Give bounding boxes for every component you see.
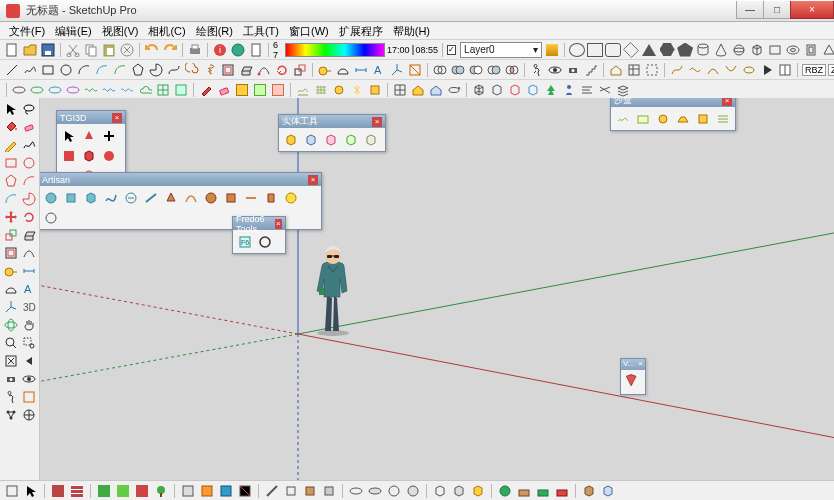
- tgi-4-icon[interactable]: [60, 147, 77, 164]
- layer-visible-checkbox[interactable]: ✓: [447, 45, 456, 55]
- ar-3-icon[interactable]: [82, 189, 99, 206]
- shape-cube-icon[interactable]: [749, 42, 765, 58]
- tgi-3-icon[interactable]: [100, 127, 117, 144]
- tgi-5-icon[interactable]: [80, 147, 97, 164]
- scale-icon[interactable]: [2, 226, 19, 243]
- bt-brick-icon[interactable]: [50, 483, 66, 499]
- sb-4-icon[interactable]: [674, 110, 691, 127]
- palette-solid-header[interactable]: 实体工具×: [279, 115, 385, 128]
- lookaround-icon[interactable]: [547, 62, 563, 78]
- house-icon[interactable]: [608, 62, 624, 78]
- rotate-view-icon[interactable]: [446, 82, 462, 98]
- material-2-icon[interactable]: [252, 82, 268, 98]
- window-minimize[interactable]: —: [736, 1, 764, 19]
- polygon-tool-icon[interactable]: [130, 62, 146, 78]
- fmt-zip[interactable]: ZIP: [828, 64, 834, 76]
- followme-tool-icon[interactable]: [256, 62, 272, 78]
- component-make-icon[interactable]: [626, 62, 642, 78]
- walk-icon[interactable]: [529, 62, 545, 78]
- vray-render-icon[interactable]: [624, 373, 642, 391]
- orbit-icon[interactable]: [2, 316, 19, 333]
- menu-edit[interactable]: 编辑(E): [50, 23, 97, 39]
- delete-button[interactable]: [119, 42, 135, 58]
- fr-1-icon[interactable]: F6: [236, 233, 253, 250]
- bt-b3-icon[interactable]: [218, 483, 234, 499]
- bt-g1-icon[interactable]: [581, 483, 597, 499]
- cube-wire4-icon[interactable]: [525, 82, 541, 98]
- bt-e3-icon[interactable]: [470, 483, 486, 499]
- bt-cursor-icon[interactable]: [23, 483, 39, 499]
- tape-tool-icon[interactable]: [317, 62, 333, 78]
- palette-tgi3d-close[interactable]: ×: [112, 113, 122, 123]
- shape-box-icon[interactable]: [767, 42, 783, 58]
- oval-4-icon[interactable]: [65, 82, 81, 98]
- copy-button[interactable]: [83, 42, 99, 58]
- solid-union2-icon[interactable]: [322, 131, 339, 148]
- bt-f1-icon[interactable]: [497, 483, 513, 499]
- cut-button[interactable]: [65, 42, 81, 58]
- pan-icon[interactable]: [20, 316, 37, 333]
- shape-tri-icon[interactable]: [641, 42, 657, 58]
- palette-tgi3d-header[interactable]: TGI3D×: [57, 111, 125, 124]
- pie-tool-icon[interactable]: [148, 62, 164, 78]
- cube-wire3-icon[interactable]: [507, 82, 523, 98]
- bt-d4-icon[interactable]: [405, 483, 421, 499]
- new-file-button[interactable]: [4, 42, 20, 58]
- cube-wire2-icon[interactable]: [489, 82, 505, 98]
- sb-1-icon[interactable]: [614, 110, 631, 127]
- fr-2-icon[interactable]: [256, 233, 273, 250]
- arc-icon[interactable]: [20, 172, 37, 189]
- layers-icon[interactable]: [615, 82, 631, 98]
- stairs-icon[interactable]: [583, 62, 599, 78]
- window-maximize[interactable]: □: [763, 1, 791, 19]
- cloud-icon[interactable]: [137, 82, 153, 98]
- position-cam-l-icon[interactable]: [2, 370, 19, 387]
- window-close[interactable]: ×: [790, 1, 834, 19]
- solid-subtract-icon[interactable]: [468, 62, 484, 78]
- tgi-1-icon[interactable]: [60, 127, 77, 144]
- lasso-tool-icon[interactable]: [20, 100, 37, 117]
- bt-b2-icon[interactable]: [199, 483, 215, 499]
- paste-button[interactable]: [101, 42, 117, 58]
- walk-l-icon[interactable]: [2, 388, 19, 405]
- polygon-icon[interactable]: [2, 172, 19, 189]
- curve-1-icon[interactable]: [669, 62, 685, 78]
- ar-12-icon[interactable]: [262, 189, 279, 206]
- tape-icon[interactable]: [2, 262, 19, 279]
- print-button[interactable]: [187, 42, 203, 58]
- pencil-icon[interactable]: [2, 136, 19, 153]
- ar-14-icon[interactable]: [42, 209, 59, 226]
- hatch-icon[interactable]: [597, 82, 613, 98]
- rectangle-icon[interactable]: [2, 154, 19, 171]
- palette-vray[interactable]: V...×: [620, 358, 646, 395]
- ar-13-icon[interactable]: [282, 189, 299, 206]
- circle-icon[interactable]: [20, 154, 37, 171]
- oval-3-icon[interactable]: [47, 82, 63, 98]
- curve-2-icon[interactable]: [687, 62, 703, 78]
- book-icon[interactable]: [777, 62, 793, 78]
- solid-outer-icon[interactable]: [282, 131, 299, 148]
- shape-diamond-icon[interactable]: [623, 42, 639, 58]
- solid-intsc-icon[interactable]: [302, 131, 319, 148]
- solid-trim2-icon[interactable]: [362, 131, 379, 148]
- move-icon[interactable]: [2, 208, 19, 225]
- bt-f3-icon[interactable]: [535, 483, 551, 499]
- ar-7-icon[interactable]: [162, 189, 179, 206]
- bt-green-icon[interactable]: [96, 483, 112, 499]
- model-info-button[interactable]: i: [212, 42, 228, 58]
- palette-fredo6[interactable]: Fredo6 Tools× F6: [232, 216, 286, 254]
- oval-1-icon[interactable]: [11, 82, 27, 98]
- bt-f2-icon[interactable]: [516, 483, 532, 499]
- dimension-icon[interactable]: [353, 62, 369, 78]
- zoom-window-icon[interactable]: [20, 334, 37, 351]
- rotate-tool-icon[interactable]: [274, 62, 290, 78]
- surface-2-icon[interactable]: [173, 82, 189, 98]
- palette-solid-close[interactable]: ×: [372, 117, 382, 127]
- shape-rrect-icon[interactable]: [605, 42, 621, 58]
- shape-torus-icon[interactable]: [785, 42, 801, 58]
- bt-c3-icon[interactable]: [302, 483, 318, 499]
- eraser-tool-icon[interactable]: [216, 82, 232, 98]
- select-tool-icon[interactable]: [2, 100, 19, 117]
- pushpull-tool-icon[interactable]: [238, 62, 254, 78]
- globe-icon[interactable]: [230, 42, 246, 58]
